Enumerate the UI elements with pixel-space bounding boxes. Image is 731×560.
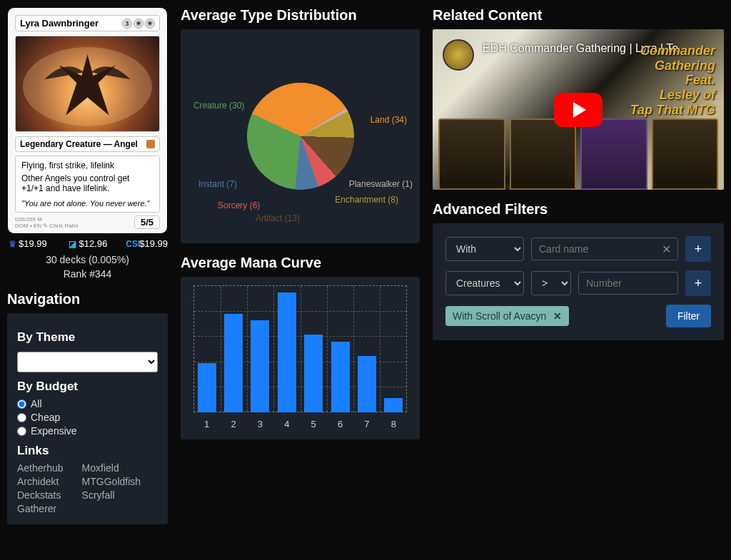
mana-bar-label: 5: [311, 419, 316, 429]
card-typeline: Legendary Creature — Angel: [20, 139, 138, 149]
link-archidekt[interactable]: Archidekt: [17, 476, 64, 487]
card-text-ability: Other Angels you control get +1/+1 and h…: [21, 173, 153, 193]
csi-icon: CSI: [128, 239, 138, 249]
tcg-icon: ♛: [7, 239, 17, 249]
clear-icon[interactable]: ✕: [662, 243, 671, 256]
video-overlay-text: Commander Gathering Feat. Lesley of Tap …: [630, 44, 715, 117]
mana-curve-chart: 12345678: [181, 277, 420, 439]
link-scryfall[interactable]: Scryfall: [82, 489, 141, 501]
filter-button[interactable]: Filter: [666, 305, 711, 327]
mana-curve-heading: Average Mana Curve: [181, 255, 420, 271]
related-heading: Related Content: [433, 7, 724, 24]
mana-bar-label: 1: [204, 419, 209, 429]
link-moxfield[interactable]: Moxfield: [82, 462, 141, 474]
type-dist-heading: Average Type Distribution: [181, 7, 420, 24]
mana-bar: [224, 314, 243, 412]
active-filter-tag: With Scroll of Avacyn ✕: [445, 306, 569, 326]
navigation-panel: By Theme By Budget All Cheap Expensive L…: [7, 313, 168, 524]
with-select[interactable]: With: [445, 237, 524, 261]
pie-label-sorcery: Sorcery (6): [218, 200, 260, 210]
budget-cheap[interactable]: Cheap: [17, 412, 158, 423]
budget-expensive[interactable]: Expensive: [17, 425, 158, 437]
link-deckstats[interactable]: Deckstats: [17, 489, 64, 501]
mana-generic: 3: [122, 19, 132, 29]
card-name-input[interactable]: [531, 238, 678, 260]
set-symbol-icon: [146, 140, 155, 148]
card-flavor: "You are not alone. You never were.": [21, 199, 153, 208]
mana-bar-label: 6: [338, 419, 343, 429]
advanced-filters-panel: With ✕ + Creatures > + With Scroll of Av…: [433, 223, 724, 340]
ck-icon: ◪: [68, 239, 78, 249]
add-card-filter-button[interactable]: +: [685, 236, 711, 262]
deck-count: 30 decks (0.005%): [7, 253, 168, 268]
deck-rank: Rank #344: [7, 268, 168, 282]
card-text-keywords: Flying, first strike, lifelink: [21, 161, 153, 170]
mana-white-icon: ☀: [145, 19, 155, 29]
pie-label-enchantment: Enchantment (8): [335, 195, 398, 205]
mana-bar-label: 7: [364, 419, 369, 429]
price-tcg[interactable]: ♛$19.99: [7, 238, 47, 249]
link-gatherer[interactable]: Gatherer: [17, 503, 64, 514]
card-art: [15, 36, 160, 132]
links-heading: Links: [17, 444, 158, 458]
pie-label-land: Land (34): [370, 115, 407, 125]
mana-bar-label: 2: [231, 419, 236, 429]
type-select[interactable]: Creatures: [445, 271, 524, 295]
mana-bar-label: 4: [284, 419, 289, 429]
pie-chart: [247, 83, 354, 190]
power-toughness: 5/5: [134, 215, 160, 229]
theme-select[interactable]: [17, 352, 158, 372]
channel-badge-icon: [443, 39, 474, 71]
play-icon: [573, 102, 586, 118]
type-distribution-chart: Land (34) Planeswalker (1) Enchantment (…: [181, 29, 420, 243]
link-aetherhub[interactable]: Aetherhub: [17, 462, 64, 474]
link-mtggoldfish[interactable]: MTGGoldfish: [82, 476, 141, 487]
card-preview[interactable]: Lyra Dawnbringer 3 ☀ ☀ Legendary Creatur…: [7, 7, 168, 234]
mana-bar: [251, 320, 269, 412]
pie-label-instant: Instant (7): [198, 179, 237, 189]
pie-label-artifact: Artifact (13): [256, 213, 300, 223]
mana-bar: [384, 398, 403, 412]
mana-bar: [304, 335, 323, 412]
by-theme-heading: By Theme: [17, 330, 158, 345]
budget-all[interactable]: All: [17, 398, 158, 409]
card-textbox: Flying, first strike, lifelink Other Ang…: [15, 156, 160, 213]
price-csi[interactable]: CSI$19.99: [128, 238, 168, 249]
pie-label-creature: Creature (30): [193, 101, 244, 111]
remove-filter-icon[interactable]: ✕: [553, 310, 562, 322]
play-button[interactable]: [554, 93, 603, 127]
pie-label-planeswalker: Planeswalker (1): [349, 179, 413, 189]
mana-white-icon: ☀: [133, 19, 143, 29]
navigation-heading: Navigation: [7, 291, 168, 307]
mana-bar-label: 3: [258, 419, 263, 429]
comparator-select[interactable]: >: [531, 271, 571, 295]
collector-number: 026/269 M: [15, 216, 79, 223]
mana-bar: [278, 292, 296, 412]
video-thumbnail[interactable]: EDH Commander Gathering | Lyra | Te... C…: [433, 29, 724, 190]
mana-bar: [198, 363, 216, 412]
mana-bar: [331, 342, 350, 412]
filters-heading: Advanced Filters: [433, 201, 724, 218]
price-row: ♛$19.99 ◪$12.96 CSI$19.99: [7, 238, 168, 249]
card-name: Lyra Dawnbringer: [20, 18, 99, 29]
mana-bar: [358, 356, 376, 412]
price-ck[interactable]: ◪$12.96: [68, 238, 108, 249]
number-input[interactable]: [578, 272, 678, 295]
by-budget-heading: By Budget: [17, 380, 158, 394]
mana-cost: 3 ☀ ☀: [122, 19, 155, 29]
add-count-filter-button[interactable]: +: [685, 270, 711, 296]
mana-bar-label: 8: [391, 419, 396, 429]
